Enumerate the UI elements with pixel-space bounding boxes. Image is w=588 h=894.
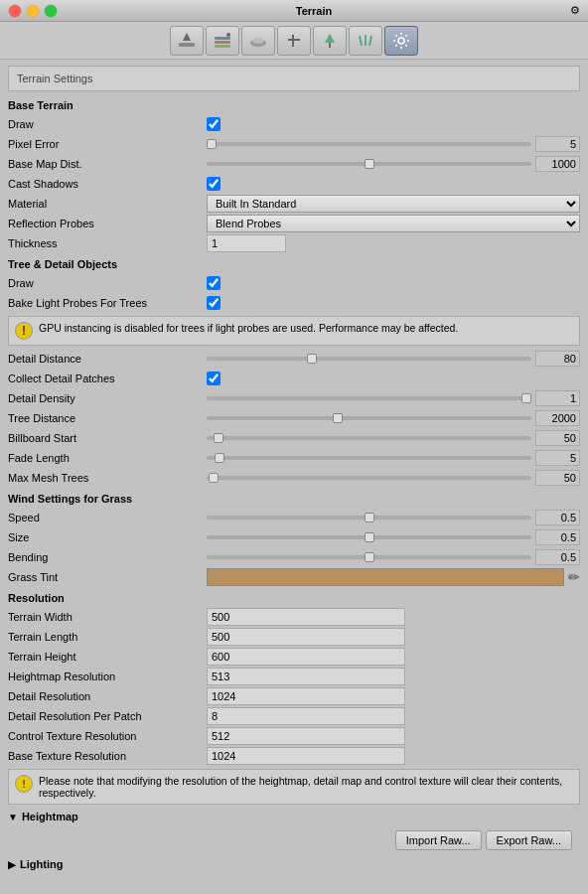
detail-distance-slider[interactable] [207,357,531,361]
base-texture-resolution-input[interactable] [207,747,405,765]
terrain-width-row: Terrain Width [8,608,580,626]
wind-speed-label: Speed [8,512,207,523]
svg-line-17 [369,36,371,46]
tree-detail-header: Tree & Detail Objects [8,258,580,270]
wind-bending-row: Bending 0.5 [8,548,580,566]
toolbar-btn-detail[interactable] [277,26,311,56]
heightmap-resolution-input[interactable] [207,668,405,685]
svg-rect-12 [288,39,300,41]
toolbar-btn-paint[interactable] [206,26,239,56]
tree-distance-control: 2000 [207,410,580,426]
window-title: Terrain [58,5,570,17]
lighting-header[interactable]: ▶ Lighting [8,856,580,872]
terrain-length-input[interactable] [207,628,405,646]
cast-shadows-row: Cast Shadows [8,175,580,193]
fade-length-label: Fade Length [8,452,207,464]
svg-rect-14 [329,43,331,48]
detail-density-slider[interactable] [207,396,531,400]
pixel-error-slider[interactable] [207,142,531,146]
svg-point-0 [9,5,21,17]
settings-icon[interactable]: ⚙ [570,4,580,17]
tree-draw-checkbox[interactable] [207,276,220,290]
terrain-width-input[interactable] [207,608,405,626]
svg-rect-5 [215,45,230,48]
grass-tint-swatch[interactable] [207,568,564,586]
detail-resolution-input[interactable] [207,687,405,705]
cast-shadows-checkbox[interactable] [207,177,220,191]
draw-checkbox[interactable] [207,117,220,131]
reflection-probes-row: Reflection Probes Off Blend Probes Blend… [8,215,580,232]
wind-bending-slider[interactable] [207,555,531,559]
terrain-length-control [207,628,580,646]
import-raw-button[interactable]: Import Raw... [395,830,482,850]
grass-tint-label: Grass Tint [8,571,207,583]
base-texture-resolution-control [207,747,580,765]
toolbar-btn-tree[interactable] [313,26,347,56]
svg-marker-4 [183,33,191,41]
material-select[interactable]: Built In Standard Built In Legacy Diffus… [207,195,580,213]
detail-resolution-per-patch-input[interactable] [207,707,405,725]
wind-bending-label: Bending [8,551,207,563]
wind-speed-control: 0.5 [207,510,580,525]
wind-size-label: Size [8,531,207,543]
window-close-icon[interactable] [8,4,22,18]
svg-point-8 [226,33,230,37]
toolbar-btn-smooth[interactable] [241,26,275,56]
thickness-control [207,234,580,252]
detail-distance-row: Detail Distance 80 [8,350,580,368]
heightmap-arrow: ▼ [8,812,18,822]
collect-detail-patches-checkbox[interactable] [207,372,220,385]
bake-light-probes-checkbox[interactable] [207,296,220,310]
basemap-dist-slider[interactable] [207,162,531,166]
material-control: Built In Standard Built In Legacy Diffus… [207,195,580,213]
control-texture-resolution-input[interactable] [207,727,405,745]
thickness-input[interactable] [207,234,286,252]
terrain-height-input[interactable] [207,648,405,666]
export-raw-button[interactable]: Export Raw... [486,830,572,850]
svg-point-18 [398,38,404,44]
heightmap-resolution-label: Heightmap Resolution [8,670,207,682]
lighting-arrow: ▶ [8,859,16,870]
fade-length-control: 5 [207,450,580,466]
max-mesh-trees-slider[interactable] [207,476,531,480]
fade-length-slider[interactable] [207,456,531,460]
svg-rect-6 [215,41,230,44]
billboard-start-slider[interactable] [207,436,531,440]
terrain-height-row: Terrain Height [8,648,580,666]
detail-resolution-label: Detail Resolution [8,690,207,702]
heightmap-resolution-row: Heightmap Resolution [8,668,580,685]
max-mesh-trees-control: 50 [207,470,580,486]
wind-speed-slider[interactable] [207,516,531,520]
window-minimize-icon[interactable] [26,4,40,18]
title-bar: Terrain ⚙ [0,0,588,22]
toolbar-btn-settings[interactable] [384,26,418,56]
window-maximize-icon[interactable] [44,4,58,18]
wind-size-slider[interactable] [207,535,531,539]
detail-resolution-row: Detail Resolution [8,687,580,705]
heightmap-header[interactable]: ▼ Heightmap [8,809,580,824]
grass-tint-row: Grass Tint ✏ [8,568,580,586]
max-mesh-trees-row: Max Mesh Trees 50 [8,469,580,487]
max-mesh-trees-label: Max Mesh Trees [8,472,207,484]
material-row: Material Built In Standard Built In Lega… [8,195,580,213]
svg-point-1 [27,5,39,17]
resolution-warning-icon: ! [15,775,33,793]
pixel-error-value: 5 [535,136,580,152]
warning-icon: ! [15,322,33,340]
heightmap-header-label: Heightmap [22,811,78,822]
grass-tint-edit-icon[interactable]: ✏ [568,569,580,585]
wind-size-value: 0.5 [535,529,580,545]
thickness-row: Thickness [8,234,580,252]
toolbar-btn-raise[interactable] [170,26,204,56]
wind-bending-control: 0.5 [207,549,580,565]
tree-distance-slider[interactable] [207,416,531,420]
collect-detail-patches-control [207,372,580,385]
control-texture-resolution-row: Control Texture Resolution [8,727,580,745]
detail-resolution-per-patch-row: Detail Resolution Per Patch [8,707,580,725]
basemap-dist-label: Base Map Dist. [8,158,207,170]
svg-point-10 [252,38,264,44]
fade-length-value: 5 [535,450,580,466]
toolbar-btn-grass[interactable] [349,26,382,56]
title-bar-icons [8,4,58,18]
reflection-probes-select[interactable]: Off Blend Probes Blend Probes And Skybox… [207,215,580,232]
